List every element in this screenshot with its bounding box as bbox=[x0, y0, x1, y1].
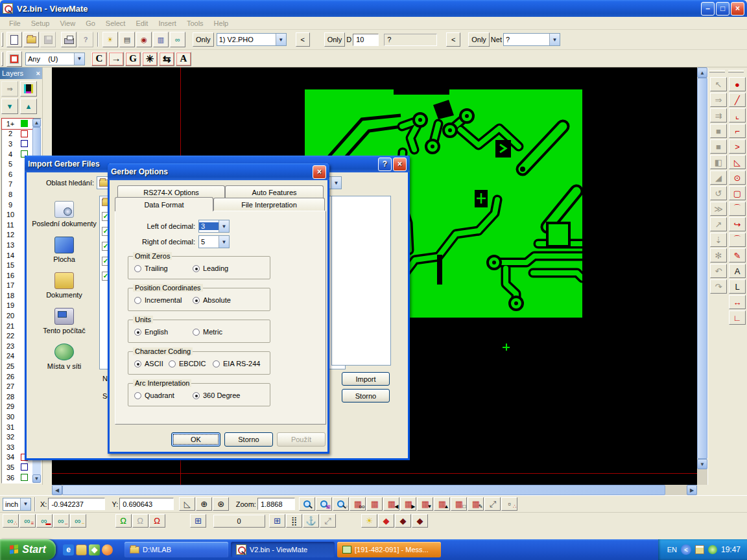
dcode-view-icon[interactable]: ◉ bbox=[136, 32, 152, 47]
draw-circle-icon[interactable]: ⊙ bbox=[729, 170, 746, 185]
radio-icon[interactable] bbox=[134, 392, 141, 399]
draw-label-icon[interactable]: L bbox=[729, 279, 746, 294]
tab-file-interpretation[interactable]: File Interpretation bbox=[213, 198, 325, 211]
chevron-down-icon[interactable]: ▼ bbox=[549, 34, 560, 45]
radio-ebcdic[interactable]: EBCDIC bbox=[169, 360, 206, 368]
radio-icon[interactable] bbox=[134, 360, 141, 368]
menu-select[interactable]: Select bbox=[101, 18, 131, 29]
zoom-grid-button[interactable]: ▦ bbox=[316, 497, 332, 511]
radio-quadrant[interactable]: Quadrant bbox=[134, 391, 174, 399]
pad-mark-dark2-button[interactable]: ◆ bbox=[412, 514, 428, 528]
task-viewmate[interactable]: V2.bin - ViewMate bbox=[231, 542, 335, 557]
origin-target-button[interactable]: ⊕ bbox=[196, 497, 212, 511]
ok-button[interactable]: OK bbox=[171, 432, 220, 447]
filter-h-icon[interactable]: ⇆ bbox=[159, 52, 174, 66]
drop-feature-icon[interactable]: ⇣ bbox=[710, 233, 727, 247]
flash-view-icon[interactable]: ☀ bbox=[102, 32, 118, 47]
print-button[interactable] bbox=[61, 32, 77, 47]
radio-incremental[interactable]: Incremental bbox=[134, 296, 182, 304]
layer-film-button[interactable] bbox=[20, 81, 37, 97]
layer-send-button[interactable]: ⇒ bbox=[1, 81, 18, 97]
close-icon[interactable]: × bbox=[393, 158, 407, 171]
open-file-button[interactable] bbox=[23, 32, 39, 47]
scroll-right-icon[interactable]: ▶ bbox=[687, 485, 697, 495]
anchor-button[interactable]: ⚓ bbox=[303, 514, 319, 528]
view-objects-4-button[interactable]: ∞– bbox=[53, 514, 69, 528]
select-cursor-icon[interactable]: ↖ bbox=[710, 77, 727, 91]
left-of-decimal-combo[interactable]: 3 ▼ bbox=[198, 220, 230, 233]
start-button[interactable]: Start bbox=[0, 539, 56, 560]
zoom-value[interactable]: 1.8868 bbox=[257, 498, 295, 510]
zoom-in-button[interactable] bbox=[299, 497, 315, 511]
shape-filter-combo[interactable]: Any (U) ▼ bbox=[25, 52, 85, 65]
close-button[interactable]: × bbox=[731, 2, 744, 16]
language-indicator[interactable]: EN bbox=[667, 546, 677, 554]
radio-icon[interactable] bbox=[193, 392, 200, 399]
aperture-list-view-icon[interactable]: ▤ bbox=[119, 32, 135, 47]
scroll-down-icon[interactable]: ▼ bbox=[32, 474, 41, 483]
grid-copy-button[interactable]: ▦□ bbox=[451, 497, 467, 511]
pad-mark-dark1-button[interactable]: ◆ bbox=[395, 514, 411, 528]
rotate-copy-icon[interactable]: ↷ bbox=[710, 279, 727, 294]
scroll-up-icon[interactable]: ▲ bbox=[697, 67, 707, 78]
inspect-view-icon[interactable]: ∞ bbox=[170, 32, 185, 47]
filter-circle-icon[interactable]: C bbox=[91, 52, 107, 66]
pan-left-button[interactable]: ▦◀ bbox=[383, 497, 399, 511]
net-combo[interactable]: ? ▼ bbox=[503, 33, 560, 46]
view-objects-3-button[interactable]: ∞▬ bbox=[36, 514, 53, 528]
help-icon[interactable]: ? bbox=[378, 158, 392, 171]
chevron-down-icon[interactable]: ▼ bbox=[276, 34, 286, 45]
radio-ascii[interactable]: ASCII bbox=[134, 360, 163, 368]
zoom-window-button[interactable]: ▫ bbox=[333, 497, 349, 511]
layers-panel-titlebar[interactable]: Layers × bbox=[0, 67, 42, 79]
film-palette-view-icon[interactable]: ▥ bbox=[153, 32, 169, 47]
move-group-icon[interactable]: ⇉ bbox=[710, 108, 727, 122]
draw-rectangle-icon[interactable]: ▢ bbox=[729, 186, 746, 200]
undo-icon[interactable]: ↶ bbox=[710, 264, 727, 278]
toolbar-grip[interactable] bbox=[1, 32, 3, 47]
flash-mark-button[interactable]: ☀ bbox=[361, 514, 377, 528]
radio-icon[interactable] bbox=[213, 360, 220, 368]
tab-auto-features[interactable]: Auto Features bbox=[225, 185, 324, 198]
layer-row[interactable]: 3 bbox=[2, 139, 33, 149]
window-tile-button[interactable]: ⊞ bbox=[190, 514, 206, 528]
snap-target-button[interactable]: ⊛ bbox=[213, 497, 229, 511]
square-dark-icon[interactable]: ■ bbox=[710, 124, 727, 138]
radio-icon[interactable] bbox=[134, 329, 141, 336]
square-light-icon[interactable]: ■ bbox=[710, 139, 727, 154]
draw-arc-point-icon[interactable]: ⌒ bbox=[729, 233, 746, 247]
layer-row[interactable]: 2 bbox=[2, 129, 33, 139]
move-to-layer-icon[interactable]: ↗ bbox=[710, 217, 727, 231]
tab-data-format[interactable]: Data Format bbox=[115, 197, 213, 211]
rotate-icon[interactable]: ↺ bbox=[710, 186, 727, 200]
dcode-grid-button[interactable]: ▦oo bbox=[350, 497, 366, 511]
filter-g-icon[interactable]: G bbox=[125, 52, 141, 66]
draw-arc-icon[interactable]: ⌒ bbox=[729, 202, 746, 216]
window-tile-button[interactable]: ⊞ bbox=[269, 514, 285, 528]
layer-row[interactable]: 35 bbox=[2, 462, 33, 472]
scroll-up-icon[interactable]: ▲ bbox=[32, 119, 41, 127]
pad-mark-red-button[interactable]: ◆ bbox=[378, 514, 394, 528]
grid-dots-button[interactable]: ⣿ bbox=[286, 514, 302, 528]
prev-layer-button[interactable]: < bbox=[296, 32, 310, 47]
draw-triangle-icon[interactable]: ◺ bbox=[729, 155, 746, 169]
chevron-down-icon[interactable]: ▼ bbox=[20, 498, 30, 510]
place-desktop[interactable]: Plocha bbox=[32, 237, 97, 263]
layer-color-swatch[interactable] bbox=[21, 474, 28, 481]
menu-file[interactable]: File bbox=[4, 18, 26, 29]
only-layer-button[interactable]: Only bbox=[193, 32, 214, 47]
new-file-button[interactable] bbox=[6, 32, 22, 47]
horizontal-scrollbar[interactable]: ◀ ▶ bbox=[52, 485, 697, 495]
chevron-down-icon[interactable]: ▼ bbox=[331, 177, 341, 189]
layer-row[interactable]: 1+ bbox=[2, 119, 33, 129]
storno-button[interactable]: Storno bbox=[342, 389, 390, 402]
highlight-on-lamp-button[interactable]: Ω bbox=[115, 514, 132, 528]
close-icon[interactable]: × bbox=[36, 69, 40, 77]
scroll-left-icon[interactable]: ◀ bbox=[52, 485, 62, 495]
only-dcode-button[interactable]: Only bbox=[324, 32, 346, 47]
radio-icon[interactable] bbox=[193, 265, 200, 272]
toolbar-grip[interactable] bbox=[1, 52, 3, 66]
draw-curve-icon[interactable]: ↪ bbox=[729, 217, 746, 231]
layer-color-swatch[interactable] bbox=[21, 120, 28, 127]
prev-dcode-button[interactable]: < bbox=[446, 32, 460, 47]
